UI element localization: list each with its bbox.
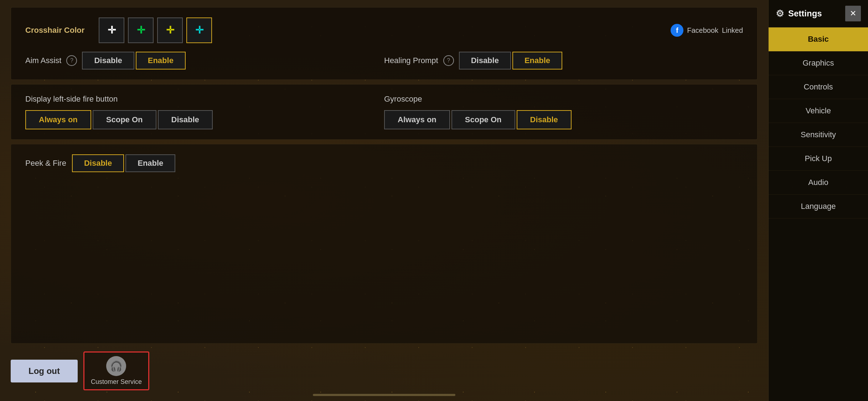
peek-fire-label: Peek & Fire [25,159,66,168]
healing-prompt-toggle: Disable Enable [459,52,562,70]
customer-service-label: Customer Service [91,378,142,386]
crosshair-option-white[interactable]: ✛ [99,17,124,43]
crosshair-option-green[interactable]: ✛ [128,17,154,43]
healing-prompt-enable-btn[interactable]: Enable [512,52,562,70]
healing-prompt-disable-btn[interactable]: Disable [459,52,511,70]
fire-left: Display left-side fire button Always on … [25,94,384,129]
fire-button-label: Display left-side fire button [25,94,384,104]
fire-row: Display left-side fire button Always on … [25,94,743,129]
sidebar-item-basic[interactable]: Basic [769,27,868,51]
close-button[interactable]: ✕ [845,6,861,21]
facebook-label: Facebook [687,26,718,35]
aim-assist-help-icon[interactable]: ? [66,55,77,66]
bottom-bar: Log out 🎧 Customer Service [11,348,758,394]
gyroscope-toggle: Always on Scope On Disable [384,110,743,129]
fire-scope-on-btn[interactable]: Scope On [93,110,156,129]
sidebar-nav: Basic Graphics Controls Vehicle Sensitiv… [769,27,868,219]
customer-service-icon: 🎧 [106,356,126,376]
peek-fire-toggle: Disable Enable [72,154,175,172]
crosshair-left: Crosshair Color ✛ ✛ ✛ ✛ [25,17,212,43]
logout-button[interactable]: Log out [11,360,78,382]
sidebar-item-controls[interactable]: Controls [769,75,868,99]
crosshair-row: Crosshair Color ✛ ✛ ✛ ✛ [25,17,743,43]
main-content: Crosshair Color ✛ ✛ ✛ ✛ [0,0,768,401]
gyroscope-label: Gyroscope [384,94,743,104]
peek-row: Peek & Fire Disable Enable [25,154,743,172]
sidebar-title: ⚙ Settings [776,8,822,19]
scroll-bar[interactable] [313,394,455,396]
crosshair-option-cyan[interactable]: ✛ [186,17,212,43]
crosshair-icon-white: ✛ [108,25,116,35]
peek-section: Peek & Fire Disable Enable [11,144,758,344]
fire-button-toggle: Always on Scope On Disable [25,110,384,129]
sidebar-item-language[interactable]: Language [769,195,868,219]
aim-assist-toggle: Disable Enable [82,52,185,70]
crosshair-options: ✛ ✛ ✛ ✛ [99,17,212,43]
crosshair-panel: Crosshair Color ✛ ✛ ✛ ✛ [11,7,758,80]
facebook-icon: f [671,24,683,37]
peek-fire-disable-btn[interactable]: Disable [72,154,124,172]
gyro-disable-btn[interactable]: Disable [517,110,572,129]
healing-prompt-label: Healing Prompt [384,56,438,65]
sidebar-item-sensitivity[interactable]: Sensitivity [769,123,868,147]
sidebar-item-vehicle[interactable]: Vehicle [769,99,868,123]
gear-icon: ⚙ [776,8,784,19]
crosshair-option-yellow[interactable]: ✛ [157,17,183,43]
linked-label: Linked [722,26,743,35]
fire-disable-btn[interactable]: Disable [158,110,213,129]
gyro-always-on-btn[interactable]: Always on [384,110,450,129]
crosshair-icon-cyan: ✛ [195,25,203,35]
crosshair-icon-yellow: ✛ [166,25,174,35]
assist-right: Healing Prompt ? Disable Enable [384,52,743,70]
sidebar-item-graphics[interactable]: Graphics [769,51,868,75]
crosshair-icon-green: ✛ [137,25,145,35]
facebook-linked: f Facebook Linked [671,24,743,37]
fire-right: Gyroscope Always on Scope On Disable [384,94,743,129]
sidebar-item-audio[interactable]: Audio [769,171,868,195]
aim-assist-label: Aim Assist [25,56,61,65]
settings-title: Settings [788,9,822,19]
sidebar-item-pickup[interactable]: Pick Up [769,147,868,171]
crosshair-label: Crosshair Color [25,26,84,35]
assist-row: Aim Assist ? Disable Enable Healing Prom… [25,52,743,70]
fire-section: Display left-side fire button Always on … [11,84,758,140]
fire-always-on-btn[interactable]: Always on [25,110,91,129]
sidebar-header: ⚙ Settings ✕ [769,0,868,27]
aim-assist-disable-btn[interactable]: Disable [82,52,134,70]
assist-left: Aim Assist ? Disable Enable [25,52,384,70]
sidebar: ⚙ Settings ✕ Basic Graphics Controls Veh… [768,0,868,401]
aim-assist-enable-btn[interactable]: Enable [136,52,186,70]
gyro-scope-on-btn[interactable]: Scope On [451,110,515,129]
healing-prompt-help-icon[interactable]: ? [443,55,454,66]
peek-fire-enable-btn[interactable]: Enable [125,154,175,172]
customer-service-button[interactable]: 🎧 Customer Service [83,351,149,390]
